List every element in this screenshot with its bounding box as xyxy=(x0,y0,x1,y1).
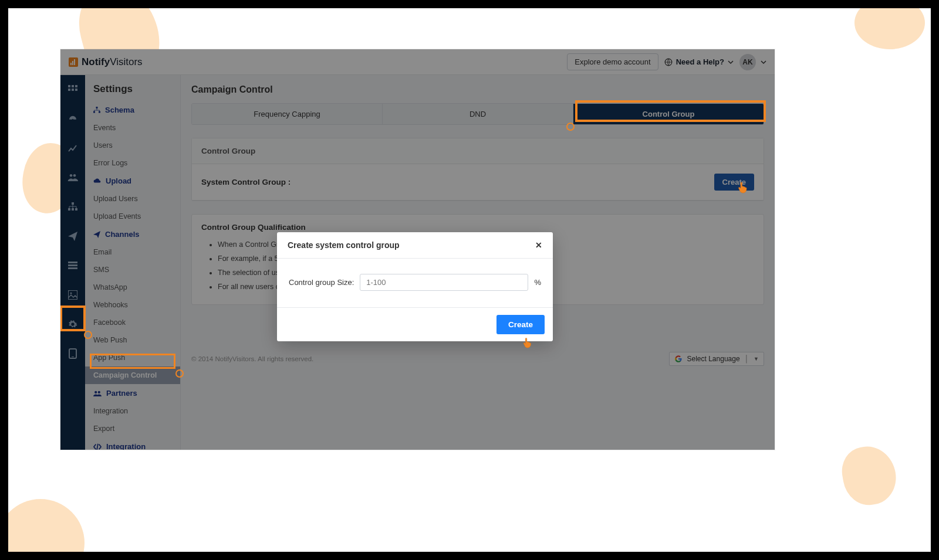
annotation-marker-1 xyxy=(84,331,92,339)
control-size-input[interactable] xyxy=(360,274,528,291)
control-size-label: Control group Size: xyxy=(289,278,354,287)
modal-footer: Create xyxy=(277,307,553,341)
modal-create-button[interactable]: Create xyxy=(496,315,545,334)
modal-title: Create system control group xyxy=(288,240,400,250)
percent-label: % xyxy=(534,278,541,287)
annotation-marker-2 xyxy=(175,369,184,378)
modal-body: Control group Size: % xyxy=(277,259,553,307)
create-control-group-modal: Create system control group ✕ Control gr… xyxy=(277,232,553,341)
modal-close-button[interactable]: ✕ xyxy=(535,240,542,250)
modal-header: Create system control group ✕ xyxy=(277,232,553,259)
annotation-marker-3 xyxy=(566,123,575,131)
